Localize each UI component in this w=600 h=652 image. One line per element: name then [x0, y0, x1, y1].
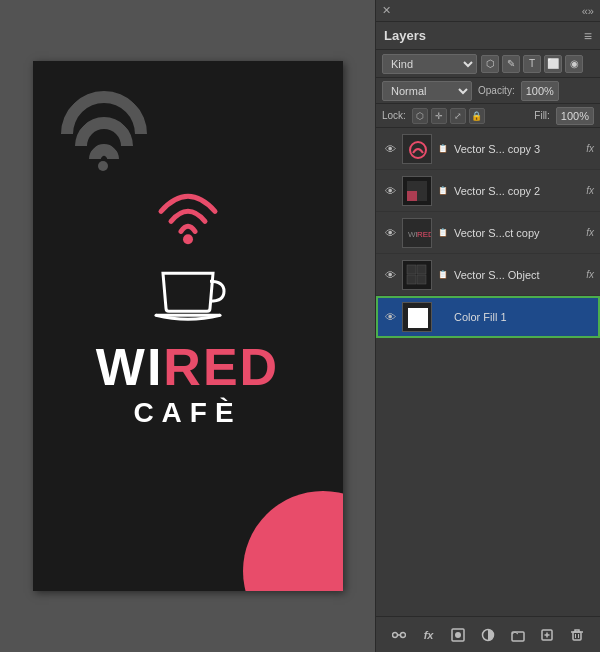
layers-menu-icon[interactable]: ≡ [584, 28, 592, 44]
layer-thumbnail [402, 260, 432, 290]
svg-rect-18 [408, 308, 428, 328]
canvas-area: WIRED CAFÈ [0, 0, 375, 652]
svg-rect-13 [407, 265, 416, 274]
filter-icons: ⬡ ✎ T ⬜ ◉ [481, 55, 583, 73]
filter-type-icon[interactable]: T [523, 55, 541, 73]
svg-rect-7 [407, 191, 417, 201]
svg-rect-14 [417, 265, 426, 274]
layer-visibility-toggle[interactable]: 👁 [382, 225, 398, 241]
layer-fx-indicator: fx [586, 269, 594, 280]
layers-spacer [376, 338, 600, 378]
lock-icons: ⬡ ✛ ⤢ 🔒 [412, 108, 485, 124]
layer-name: Vector S... copy 2 [454, 185, 582, 197]
filter-shape-icon[interactable]: ⬜ [544, 55, 562, 73]
brand-text: WIRED CAFÈ [96, 339, 279, 429]
svg-point-0 [183, 234, 193, 244]
layers-panel: Layers ≡ Kind Name Effect Mode Attribute… [376, 22, 600, 652]
opacity-label: Opacity: [478, 85, 515, 96]
add-mask-button[interactable] [447, 624, 469, 646]
svg-point-23 [455, 632, 461, 638]
bottom-decoration [243, 491, 343, 591]
layer-thumbnail [402, 302, 432, 332]
red-text: RED [163, 338, 279, 396]
lock-all-icon[interactable]: 🔒 [469, 108, 485, 124]
layer-type-icon: 📋 [436, 184, 450, 198]
layer-type-icon: 📋 [436, 226, 450, 240]
panel-expand-icon[interactable]: «» [582, 5, 594, 17]
filter-adjustment-icon[interactable]: ✎ [502, 55, 520, 73]
lock-image-icon[interactable]: ✛ [431, 108, 447, 124]
layer-name: Vector S... copy 3 [454, 143, 582, 155]
artwork: WIRED CAFÈ [33, 61, 343, 591]
layer-visibility-toggle[interactable]: 👁 [382, 183, 398, 199]
svg-rect-16 [417, 275, 426, 284]
layer-visibility-toggle[interactable]: 👁 [382, 141, 398, 157]
filter-row: Kind Name Effect Mode Attribute Color Sm… [376, 50, 600, 78]
layer-thumbnail [402, 176, 432, 206]
layer-name: Vector S... Object [454, 269, 582, 281]
opacity-value[interactable]: 100% [521, 81, 559, 101]
svg-rect-6 [417, 181, 427, 191]
layer-thumbnail [402, 134, 432, 164]
layer-type-icon [436, 310, 450, 324]
panel-close-icon[interactable]: ✕ [382, 4, 391, 17]
svg-rect-15 [407, 275, 416, 284]
layers-list: 👁 📋 Vector S... copy 3 fx 👁 [376, 128, 600, 616]
layer-type-icon: 📋 [436, 268, 450, 282]
layer-visibility-toggle[interactable]: 👁 [382, 267, 398, 283]
new-layer-button[interactable] [536, 624, 558, 646]
new-group-button[interactable] [507, 624, 529, 646]
adjustment-layer-button[interactable] [477, 624, 499, 646]
svg-rect-8 [417, 191, 427, 201]
layer-fx-indicator: fx [586, 227, 594, 238]
lock-label: Lock: [382, 110, 406, 121]
filter-kind-dropdown[interactable]: Kind Name Effect Mode Attribute Color Sm… [382, 54, 477, 74]
lock-row: Lock: ⬡ ✛ ⤢ 🔒 Fill: 100% [376, 104, 600, 128]
svg-rect-29 [573, 632, 581, 640]
delete-layer-button[interactable] [566, 624, 588, 646]
svg-rect-5 [407, 181, 417, 191]
coffee-cup-icon [148, 253, 228, 327]
wi-text: WI [96, 338, 164, 396]
layer-visibility-toggle[interactable]: 👁 [382, 309, 398, 325]
fill-value[interactable]: 100% [556, 107, 594, 125]
layers-title: Layers [384, 28, 426, 43]
layer-fx-indicator: fx [586, 143, 594, 154]
layer-name: Vector S...ct copy [454, 227, 582, 239]
layer-item-selected[interactable]: 👁 Color Fill 1 [376, 296, 600, 338]
layer-type-icon: 📋 [436, 142, 450, 156]
svg-point-20 [400, 632, 405, 637]
layers-toolbar: fx [376, 616, 600, 652]
layer-item[interactable]: 👁 WI RED 📋 Vector S...ct copy fx [376, 212, 600, 254]
panels: ✕ «» Layers ≡ Kind Name Effect Mode Attr… [375, 0, 600, 652]
blend-row: Normal Multiply Screen Overlay Opacity: … [376, 78, 600, 104]
layer-item[interactable]: 👁 📋 Vector S... copy 2 fx [376, 170, 600, 212]
blend-mode-dropdown[interactable]: Normal Multiply Screen Overlay [382, 81, 472, 101]
panel-topbar: ✕ «» [376, 0, 600, 22]
layer-thumbnail: WI RED [402, 218, 432, 248]
wifi-red-icon [143, 183, 233, 253]
svg-point-19 [392, 632, 397, 637]
main-content: WIRED CAFÈ [33, 183, 343, 429]
wifi-gray-decoration [51, 79, 151, 179]
fill-label: Fill: [534, 110, 550, 121]
lock-transparency-icon[interactable]: ⬡ [412, 108, 428, 124]
lock-position-icon[interactable]: ⤢ [450, 108, 466, 124]
add-style-button[interactable]: fx [418, 624, 440, 646]
layers-header: Layers ≡ [376, 22, 600, 50]
layer-item[interactable]: 👁 📋 Vector S... Object fx [376, 254, 600, 296]
filter-pixel-icon[interactable]: ⬡ [481, 55, 499, 73]
wired-text: WIRED [96, 339, 279, 396]
link-layers-button[interactable] [388, 624, 410, 646]
svg-text:RED: RED [417, 230, 432, 239]
filter-smart-icon[interactable]: ◉ [565, 55, 583, 73]
layer-name: Color Fill 1 [454, 311, 594, 323]
layer-item[interactable]: 👁 📋 Vector S... copy 3 fx [376, 128, 600, 170]
cafe-text: CAFÈ [96, 399, 279, 430]
layer-fx-indicator: fx [586, 185, 594, 196]
